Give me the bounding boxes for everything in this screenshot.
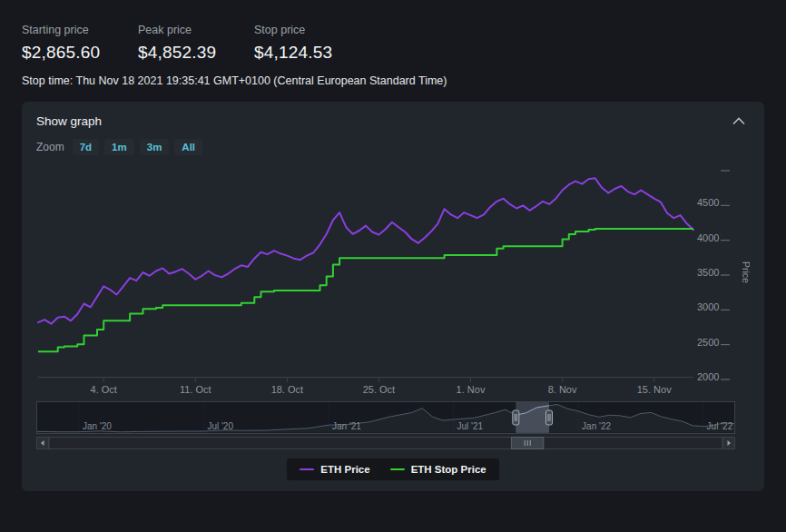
panel-header: Show graph [36,114,750,128]
navigator-axis-label: Jul '22 [707,421,733,431]
stats-row: Starting price $2,865.60 Peak price $4,8… [22,24,764,63]
zoom-button-1m[interactable]: 1m [104,139,134,155]
stat-peak-price: Peak price $4,852.39 [138,24,225,63]
y-axis-label: 3500 [697,267,719,278]
y-axis-title: Price [741,261,750,283]
stat-value: $4,852.39 [138,43,225,63]
zoom-button-7d[interactable]: 7d [73,139,99,155]
legend-item-eth-stop-price[interactable]: ETH Stop Price [390,464,486,475]
stat-stop-price: Stop price $4,124.53 [254,24,341,63]
eth-stop-price-line [38,229,693,351]
stat-starting-price: Starting price $2,865.60 [22,24,109,63]
navigator-axis-label: Jan '21 [332,421,361,431]
x-axis-label: 18. Oct [271,384,303,395]
navigator-handle-left[interactable] [513,410,519,425]
x-axis-label: 4. Oct [91,384,117,395]
y-axis-label: 4500 [697,197,719,208]
chevron-up-icon [733,119,744,124]
zoom-button-all[interactable]: All [174,139,202,155]
x-axis-label: 11. Oct [180,384,211,395]
collapse-panel-button[interactable] [728,115,750,127]
x-axis-label: 8. Nov [548,384,577,395]
legend-item-eth-price[interactable]: ETH Price [300,464,369,475]
stat-label: Stop price [254,24,341,36]
range-selector: Zoom 7d 1m 3m All [36,139,750,155]
stats-header: Starting price $2,865.60 Peak price $4,8… [0,0,786,87]
x-axis: 4. Oct11. Oct18. Oct25. Oct1. Nov8. Nov1… [38,378,693,396]
legend-swatch-eth-stop-price [390,468,405,471]
chart-legend: ETH Price ETH Stop Price [287,458,498,480]
navigator-selection[interactable] [516,402,549,433]
navigator[interactable]: Jan '20Jul '20Jan '21Jul '21Jan '22Jul '… [36,401,735,434]
x-axis-label: 1. Nov [457,384,486,395]
scrollbar-left-arrow[interactable] [37,438,49,449]
panel-title: Show graph [36,114,102,128]
scrollbar-track[interactable] [49,438,722,449]
y-axis: 200025003000350040004500 [697,171,730,382]
eth-price-line [38,178,693,323]
navigator-axis-label: Jul '20 [207,421,233,431]
scrollbar-right-arrow[interactable] [723,438,735,449]
stat-value: $2,865.60 [22,43,109,63]
x-axis-label: 25. Oct [363,384,395,395]
stat-value: $4,124.53 [254,43,341,63]
graph-panel: Show graph Zoom 7d 1m 3m All 20002500300… [22,102,764,491]
legend-swatch-eth-price [300,468,314,471]
navigator-axis-label: Jul '21 [457,421,484,431]
main-chart: 200025003000350040004500Price4. Oct11. O… [36,163,750,397]
zoom-label: Zoom [36,141,64,153]
navigator-handle-right[interactable] [546,410,553,425]
legend-label: ETH Price [320,464,369,475]
y-axis-label: 2500 [697,337,719,348]
stat-label: Starting price [22,24,109,36]
scrollbar[interactable] [36,437,735,449]
stop-time-text: Stop time: Thu Nov 18 2021 19:35:41 GMT+… [22,74,764,87]
y-axis-label: 3000 [697,301,719,312]
stat-label: Peak price [138,24,225,36]
legend-row: ETH Price ETH Stop Price [36,458,750,480]
navigator-axis-label: Jan '20 [83,421,112,431]
navigator-axis-label: Jan '22 [582,421,611,431]
legend-label: ETH Stop Price [411,464,486,475]
x-axis-label: 15. Nov [637,384,672,395]
scrollbar-thumb[interactable] [511,438,543,449]
y-axis-label: 2000 [697,371,719,382]
y-axis-label: 4000 [697,232,719,243]
zoom-button-3m[interactable]: 3m [140,139,170,155]
